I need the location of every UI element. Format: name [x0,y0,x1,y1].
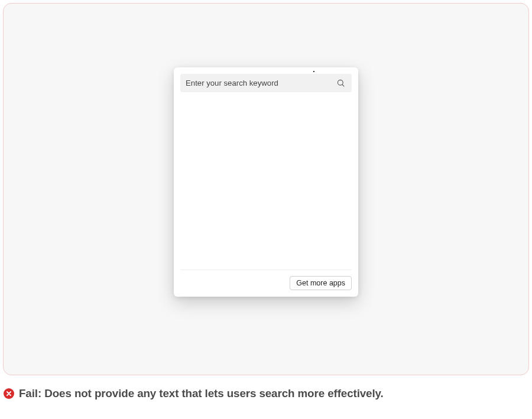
svg-point-0 [338,80,343,85]
search-panel: Get more apps [174,67,358,297]
get-more-apps-button[interactable]: Get more apps [290,276,352,290]
panel-footer: Get more apps [180,269,352,290]
search-results-area [180,92,352,269]
caption-row: Fail: Does not provide any text that let… [4,387,384,400]
fail-icon [4,388,14,399]
search-field-wrapper[interactable] [180,74,352,92]
caption-text: Fail: Does not provide any text that let… [19,387,384,400]
decoration-dot [313,71,314,72]
example-frame: Get more apps [3,3,529,375]
search-bar-container [180,74,352,92]
caption-status-label: Fail: [19,387,41,399]
search-input[interactable] [186,79,335,87]
svg-line-1 [342,85,344,86]
search-button[interactable] [335,78,347,88]
caption-message: Does not provide any text that lets user… [44,387,383,399]
search-icon [336,78,346,88]
